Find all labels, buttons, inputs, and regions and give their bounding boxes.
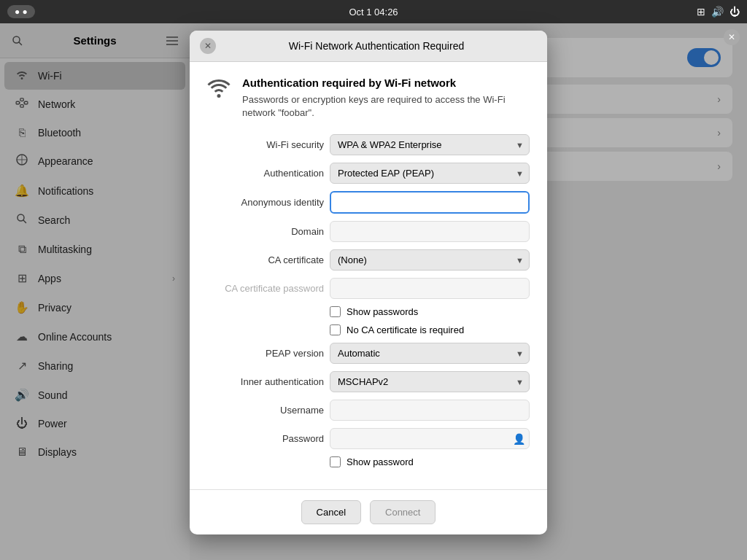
- topbar-right: ⊞ 🔊 ⏻: [697, 6, 740, 18]
- authentication-label: Authentication: [207, 168, 324, 179]
- password-input[interactable]: [330, 428, 530, 449]
- no-ca-cert-label[interactable]: No CA certificate is required: [347, 324, 464, 335]
- inner-auth-label: Inner authentication: [207, 376, 324, 387]
- peap-version-control: Automatic ▼: [330, 343, 530, 364]
- dialog-body: Authentication required by Wi-Fi network…: [190, 62, 547, 489]
- no-ca-cert-row: No CA certificate is required: [207, 324, 530, 335]
- ca-cert-password-input[interactable]: [330, 278, 530, 299]
- anonymous-identity-input[interactable]: [330, 191, 530, 214]
- dialog-intro: Authentication required by Wi-Fi network…: [207, 77, 530, 120]
- dialog-description: Authentication required by Wi-Fi network…: [242, 77, 530, 120]
- peap-version-label: PEAP version: [207, 348, 324, 359]
- password-wrapper: 👤: [330, 428, 530, 449]
- topbar-pill: ● ●: [7, 5, 35, 18]
- authentication-row: Authentication Protected EAP (PEAP) ▼: [207, 163, 530, 184]
- ca-certificate-select[interactable]: (None): [330, 249, 530, 271]
- password-reveal-button[interactable]: 👤: [513, 433, 525, 445]
- ca-certificate-row: CA certificate (None) ▼: [207, 249, 530, 271]
- peap-version-row: PEAP version Automatic ▼: [207, 343, 530, 364]
- network-icon[interactable]: ⊞: [697, 6, 705, 18]
- topbar-datetime: Oct 1 04:26: [349, 7, 398, 18]
- anonymous-identity-label: Anonymous identity: [207, 197, 324, 208]
- show-passwords-checkbox[interactable]: [330, 306, 341, 317]
- username-label: Username: [207, 405, 324, 416]
- inner-auth-select-wrapper: MSCHAPv2 ▼: [330, 371, 530, 392]
- peap-version-select[interactable]: Automatic: [330, 343, 530, 364]
- wifi-security-select[interactable]: WPA & WPA2 Enterprise: [330, 134, 530, 155]
- domain-label: Domain: [207, 226, 324, 237]
- dialog-close-button[interactable]: ✕: [200, 38, 216, 54]
- show-passwords-label[interactable]: Show passwords: [347, 306, 418, 317]
- ca-certificate-select-wrapper: (None) ▼: [330, 249, 530, 271]
- username-input[interactable]: [330, 400, 530, 421]
- auth-heading: Authentication required by Wi-Fi network: [242, 77, 530, 89]
- wifi-security-select-wrapper: WPA & WPA2 Enterprise ▼: [330, 134, 530, 155]
- dialog-titlebar: ✕ Wi-Fi Network Authentication Required: [190, 31, 547, 62]
- system-close-button[interactable]: ✕: [724, 29, 740, 45]
- peap-version-select-wrapper: Automatic ▼: [330, 343, 530, 364]
- anonymous-identity-control: [330, 191, 530, 214]
- inner-auth-row: Inner authentication MSCHAPv2 ▼: [207, 371, 530, 392]
- password-control: 👤: [330, 428, 530, 449]
- password-label: Password: [207, 433, 324, 444]
- topbar-left: ● ●: [7, 5, 35, 18]
- show-password-checkbox[interactable]: [330, 456, 341, 467]
- volume-icon[interactable]: 🔊: [711, 6, 724, 18]
- dialog-footer: Cancel Connect: [190, 489, 547, 534]
- ca-certificate-label: CA certificate: [207, 254, 324, 265]
- wifi-security-label: Wi-Fi security: [207, 139, 324, 150]
- username-control: [330, 400, 530, 421]
- show-password-row: Show password: [207, 456, 530, 467]
- wifi-auth-dialog: ✕ Wi-Fi Network Authentication Required …: [190, 31, 547, 534]
- no-ca-cert-checkbox[interactable]: [330, 324, 341, 335]
- authentication-select[interactable]: Protected EAP (PEAP): [330, 163, 530, 184]
- domain-input[interactable]: [330, 221, 530, 242]
- connect-button[interactable]: Connect: [370, 500, 436, 524]
- wifi-security-row: Wi-Fi security WPA & WPA2 Enterprise ▼: [207, 134, 530, 155]
- domain-row: Domain: [207, 221, 530, 242]
- dialog-title: Wi-Fi Network Authentication Required: [216, 40, 537, 52]
- power-icon[interactable]: ⏻: [729, 6, 740, 18]
- ca-cert-password-row: CA certificate password: [207, 278, 530, 299]
- anonymous-identity-row: Anonymous identity: [207, 191, 530, 214]
- authentication-select-wrapper: Protected EAP (PEAP) ▼: [330, 163, 530, 184]
- show-passwords-row: Show passwords: [207, 306, 530, 317]
- cancel-button[interactable]: Cancel: [301, 500, 361, 524]
- ca-certificate-control: (None) ▼: [330, 249, 530, 271]
- inner-auth-select[interactable]: MSCHAPv2: [330, 371, 530, 392]
- domain-control: [330, 221, 530, 242]
- ca-cert-password-control: [330, 278, 530, 299]
- inner-auth-control: MSCHAPv2 ▼: [330, 371, 530, 392]
- username-row: Username: [207, 400, 530, 421]
- pill-dot: ● ●: [15, 7, 28, 17]
- auth-description: Passwords or encryption keys are require…: [242, 93, 530, 120]
- show-password-label[interactable]: Show password: [347, 456, 414, 467]
- topbar: ● ● Oct 1 04:26 ⊞ 🔊 ⏻: [0, 0, 747, 23]
- wifi-large-icon: [207, 79, 231, 104]
- ca-cert-password-label: CA certificate password: [207, 283, 324, 294]
- wifi-security-control: WPA & WPA2 Enterprise ▼: [330, 134, 530, 155]
- authentication-control: Protected EAP (PEAP) ▼: [330, 163, 530, 184]
- password-row: Password 👤: [207, 428, 530, 449]
